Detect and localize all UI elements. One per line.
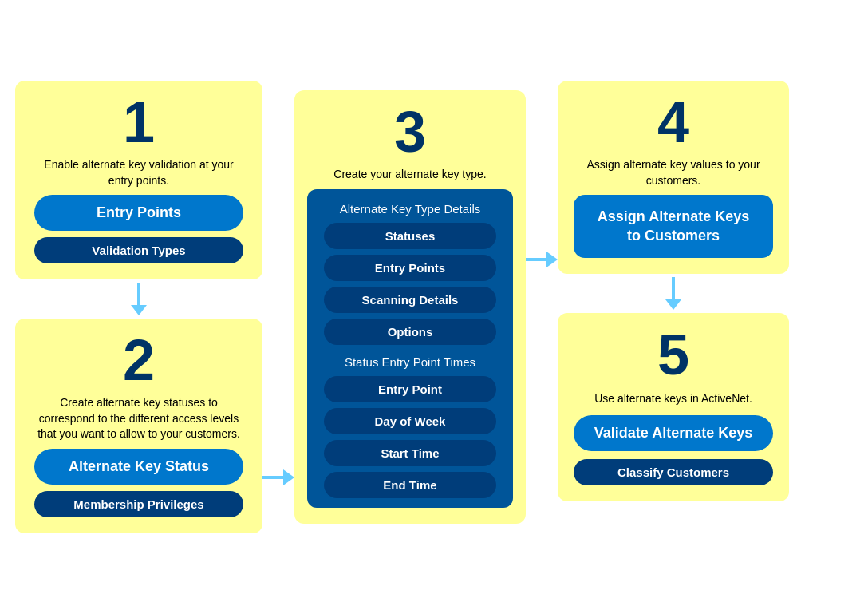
step4-description: Assign alternate key values to your cust… <box>574 157 773 188</box>
arrow-col1-to-col3 <box>262 469 294 533</box>
step2-number: 2 <box>123 331 155 389</box>
arrow-step4-to-step5 <box>665 274 681 313</box>
statuses-button[interactable]: Statuses <box>324 223 495 249</box>
step3-number: 3 <box>394 103 426 160</box>
step5-number: 5 <box>657 326 689 383</box>
step3-dark-box: Alternate Key Type Details Statuses Entr… <box>307 189 513 508</box>
step1-box: 1 Enable alternate key validation at you… <box>15 81 262 279</box>
center-column: 3 Create your alternate key type. Altern… <box>294 90 526 524</box>
arrow-head2 <box>546 252 558 267</box>
arrow-step1-to-step2 <box>131 279 147 319</box>
diagram: 1 Enable alternate key validation at you… <box>11 73 857 541</box>
classify-customers-button[interactable]: Classify Customers <box>574 459 773 485</box>
step3-description: Create your alternate key type. <box>333 167 486 183</box>
scanning-details-button[interactable]: Scanning Details <box>324 287 495 313</box>
step5-description: Use alternate keys in ActiveNet. <box>594 391 752 407</box>
left-column: 1 Enable alternate key validation at you… <box>15 81 262 533</box>
section1-label: Alternate Key Type Details <box>317 199 503 217</box>
step4-box: 4 Assign alternate key values to your cu… <box>558 81 789 274</box>
day-of-week-button[interactable]: Day of Week <box>324 408 495 434</box>
alternate-key-status-button[interactable]: Alternate Key Status <box>34 449 243 485</box>
arrow-line <box>137 283 140 305</box>
arrow-line2 <box>526 258 546 261</box>
step1-number: 1 <box>123 93 155 151</box>
assign-alternate-keys-button[interactable]: Assign Alternate Keys to Customers <box>574 195 773 258</box>
entry-points-detail-button[interactable]: Entry Points <box>324 255 495 281</box>
step1-description: Enable alternate key validation at your … <box>34 157 243 188</box>
arrow-head <box>283 469 294 485</box>
start-time-button[interactable]: Start Time <box>324 440 495 466</box>
options-button[interactable]: Options <box>324 319 495 345</box>
step2-description: Create alternate key statuses to corresp… <box>34 395 243 442</box>
entry-points-button[interactable]: Entry Points <box>34 195 243 231</box>
step2-box: 2 Create alternate key statuses to corre… <box>15 319 262 533</box>
section2-label: Status Entry Point Times <box>317 351 503 370</box>
arrow-line <box>262 476 283 479</box>
membership-privileges-button[interactable]: Membership Privileges <box>34 491 243 517</box>
horiz-arrow2 <box>526 252 558 267</box>
arrow-col3-to-col5 <box>526 252 558 363</box>
end-time-button[interactable]: End Time <box>324 472 495 498</box>
horiz-arrow <box>262 469 294 485</box>
right-column: 4 Assign alternate key values to your cu… <box>558 81 789 501</box>
arrow-line3 <box>672 277 675 299</box>
validation-types-button[interactable]: Validation Types <box>34 237 243 263</box>
entry-point-button[interactable]: Entry Point <box>324 376 495 402</box>
arrow-head <box>131 305 147 315</box>
step4-number: 4 <box>657 93 689 151</box>
validate-alternate-keys-button[interactable]: Validate Alternate Keys <box>574 415 773 451</box>
arrow-head3 <box>665 299 681 310</box>
step5-box: 5 Use alternate keys in ActiveNet. Valid… <box>558 313 789 501</box>
